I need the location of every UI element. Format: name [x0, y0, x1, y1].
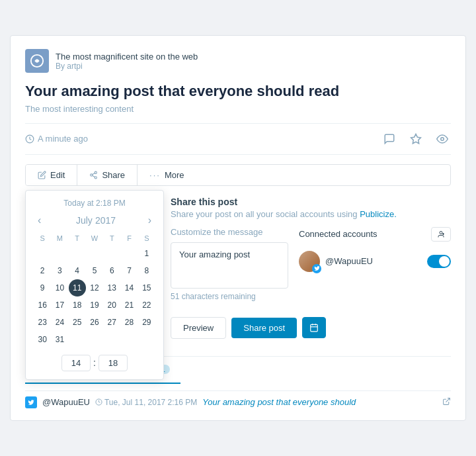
- more-label: More: [165, 170, 184, 180]
- cal-time-row: :: [34, 355, 155, 371]
- cal-day[interactable]: 13: [103, 279, 120, 296]
- cal-day[interactable]: 10: [51, 279, 68, 296]
- cal-day[interactable]: 30: [34, 331, 51, 348]
- schedule-calendar-button[interactable]: [302, 317, 326, 338]
- cal-day: [103, 331, 120, 348]
- toggle-knob: [439, 256, 450, 267]
- share-post-button[interactable]: Share post: [231, 318, 297, 338]
- cal-day[interactable]: 26: [86, 314, 103, 331]
- svg-point-5: [91, 174, 93, 176]
- cal-day[interactable]: 28: [120, 314, 138, 331]
- cal-day: [86, 245, 103, 262]
- cal-day[interactable]: 18: [69, 296, 86, 314]
- time-label: A minute ago: [38, 134, 88, 144]
- day-header-tu: T: [69, 233, 86, 245]
- cal-month-nav: ‹ July2017 ›: [34, 213, 155, 228]
- site-by: By artpi: [56, 62, 198, 71]
- share-right: Connected accounts: [299, 227, 451, 301]
- external-link-icon[interactable]: [442, 396, 451, 408]
- add-account-button[interactable]: [431, 227, 451, 242]
- svg-marker-2: [411, 134, 421, 143]
- share-button[interactable]: Share: [77, 165, 138, 185]
- cal-day[interactable]: 6: [103, 262, 120, 279]
- day-header-su: S: [34, 233, 51, 245]
- twitter-icon: [25, 396, 37, 408]
- cal-day[interactable]: 29: [138, 314, 155, 331]
- cal-day[interactable]: 7: [120, 262, 138, 279]
- cal-day[interactable]: 23: [34, 314, 51, 331]
- share-title: Share this post: [171, 197, 451, 207]
- day-header-th: T: [103, 233, 120, 245]
- cal-day: [69, 245, 86, 262]
- chars-remaining: 51 characters remaining: [171, 292, 288, 301]
- cal-day: [34, 245, 51, 262]
- cal-day[interactable]: 21: [120, 296, 138, 314]
- cal-day[interactable]: 8: [138, 262, 155, 279]
- cal-day[interactable]: 12: [86, 279, 103, 296]
- cal-day[interactable]: 25: [69, 314, 86, 331]
- site-icon: [25, 49, 49, 73]
- time-hour-input[interactable]: [61, 355, 91, 371]
- preview-button[interactable]: Preview: [171, 317, 226, 339]
- comment-button[interactable]: [381, 130, 398, 148]
- cal-day[interactable]: 14: [120, 279, 138, 296]
- svg-line-7: [93, 175, 95, 177]
- cal-day[interactable]: 4: [69, 262, 86, 279]
- cal-day[interactable]: 15: [138, 279, 155, 296]
- cal-day: [51, 245, 68, 262]
- twitter-badge: [312, 264, 321, 273]
- star-button[interactable]: [407, 130, 424, 148]
- history-row: @WapuuEU Tue, Jul 11, 2017 2:16 PM Your …: [25, 390, 451, 414]
- customize-label: Customize the message: [171, 227, 288, 237]
- cal-day[interactable]: 22: [138, 296, 155, 314]
- site-name: The most magnificent site on the web: [56, 52, 198, 62]
- site-header: The most magnificent site on the web By …: [25, 49, 451, 73]
- cal-day: [86, 331, 103, 348]
- view-button[interactable]: [434, 130, 451, 148]
- cal-day[interactable]: 16: [34, 296, 51, 314]
- prev-month-button[interactable]: ‹: [34, 213, 45, 228]
- post-actions: [381, 130, 451, 148]
- toolbar: Edit Share ··· More: [25, 164, 451, 186]
- edit-label: Edit: [50, 170, 65, 180]
- cal-day[interactable]: 11: [69, 279, 86, 296]
- history-text: Your amazing post that everyone should: [202, 397, 437, 407]
- cal-day[interactable]: 19: [86, 296, 103, 314]
- cal-day: [69, 331, 86, 348]
- site-info: The most magnificent site on the web By …: [56, 52, 198, 71]
- svg-rect-12: [311, 325, 318, 332]
- account-avatar: [299, 251, 320, 272]
- history-handle: @WapuuEU: [42, 397, 90, 407]
- cal-day[interactable]: 9: [34, 279, 51, 296]
- account-row: @WapuuEU: [299, 247, 451, 276]
- time-minute-input[interactable]: [99, 355, 128, 371]
- cal-day[interactable]: 1: [138, 245, 155, 262]
- cal-day[interactable]: 24: [51, 314, 68, 331]
- svg-point-3: [441, 138, 444, 141]
- more-button[interactable]: ··· More: [138, 165, 196, 185]
- cal-month-year: July2017: [73, 215, 116, 226]
- history-section: @WapuuEU Tue, Jul 11, 2017 2:16 PM Your …: [25, 384, 451, 420]
- svg-point-4: [95, 171, 97, 173]
- share-content: Customize the message Your amazing post …: [171, 227, 451, 301]
- cal-day[interactable]: 3: [51, 262, 68, 279]
- cal-day[interactable]: 5: [86, 262, 103, 279]
- cal-day[interactable]: 31: [51, 331, 68, 348]
- cal-day[interactable]: 20: [103, 296, 120, 314]
- cal-day: [120, 331, 138, 348]
- edit-button[interactable]: Edit: [26, 165, 77, 185]
- post-text-area[interactable]: Your amazing post: [171, 242, 288, 289]
- share-left: Customize the message Your amazing post …: [171, 227, 288, 301]
- calendar-grid: S M T W T F S 12345678910111213141516171…: [34, 233, 155, 348]
- clock-icon: [25, 134, 34, 144]
- svg-line-17: [446, 398, 450, 402]
- cal-day[interactable]: 2: [34, 262, 51, 279]
- cal-day[interactable]: 17: [51, 296, 68, 314]
- cal-day[interactable]: 27: [103, 314, 120, 331]
- post-meta-bar: A minute ago: [25, 123, 451, 155]
- publicize-link[interactable]: Publicize.: [360, 209, 397, 219]
- account-toggle[interactable]: [427, 255, 451, 268]
- day-header-sa: S: [138, 233, 155, 245]
- cal-day: [120, 245, 138, 262]
- next-month-button[interactable]: ›: [144, 213, 155, 228]
